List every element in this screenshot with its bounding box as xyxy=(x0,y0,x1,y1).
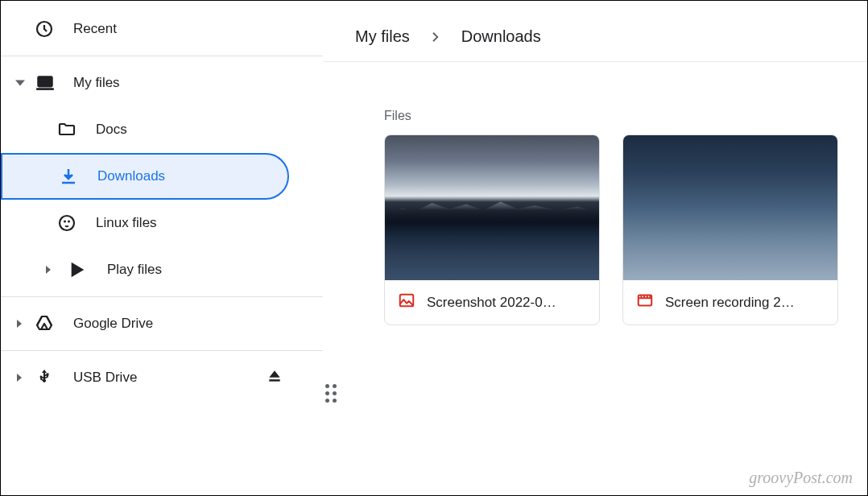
chevron-down-icon xyxy=(15,78,35,88)
divider xyxy=(1,350,323,351)
sidebar-item-downloads[interactable]: Downloads xyxy=(1,153,289,200)
sidebar-item-usb-drive[interactable]: USB Drive xyxy=(1,354,323,401)
chevron-right-icon xyxy=(44,266,64,274)
svg-rect-7 xyxy=(269,379,279,382)
svg-point-3 xyxy=(64,221,66,223)
svg-point-4 xyxy=(68,221,70,223)
chevron-right-icon xyxy=(15,320,35,328)
sidebar-label-drive: Google Drive xyxy=(73,316,153,332)
watermark: groovyPost.com xyxy=(749,469,853,487)
svg-rect-6 xyxy=(47,374,49,376)
divider xyxy=(1,296,323,297)
resize-handle[interactable] xyxy=(325,384,337,403)
section-label-files: Files xyxy=(323,62,867,134)
file-name: Screen recording 2… xyxy=(665,295,795,311)
sidebar-item-my-files[interactable]: My files xyxy=(1,60,323,106)
breadcrumb-root[interactable]: My files xyxy=(355,27,410,46)
sidebar-label-recent: Recent xyxy=(73,21,117,37)
eject-button[interactable] xyxy=(267,368,283,388)
file-grid: Screenshot 2022-0… Screen recording 2… xyxy=(323,134,867,325)
sidebar-item-docs[interactable]: Docs xyxy=(1,106,323,153)
sidebar-label-docs: Docs xyxy=(96,122,127,138)
folder-icon xyxy=(57,120,81,139)
sidebar-label-linux: Linux files xyxy=(96,215,157,231)
file-tile[interactable]: Screen recording 2… xyxy=(622,134,838,325)
chevron-right-icon xyxy=(15,374,35,382)
video-icon xyxy=(636,291,654,313)
sidebar-item-recent[interactable]: Recent xyxy=(1,6,323,52)
drive-icon xyxy=(35,314,59,333)
penguin-icon xyxy=(57,213,81,233)
sidebar-label-usb: USB Drive xyxy=(73,370,137,386)
file-tile[interactable]: Screenshot 2022-0… xyxy=(384,134,600,325)
file-thumbnail xyxy=(385,135,599,280)
breadcrumb-current[interactable]: Downloads xyxy=(461,27,541,46)
sidebar-item-linux-files[interactable]: Linux files xyxy=(1,200,323,246)
main-panel: My files Downloads Files Screenshot 2022… xyxy=(323,1,867,495)
play-store-icon xyxy=(68,261,93,279)
svg-point-5 xyxy=(40,376,43,378)
download-icon xyxy=(59,167,83,186)
image-icon xyxy=(398,291,415,313)
divider xyxy=(1,56,323,56)
clock-icon xyxy=(35,19,59,39)
chevron-right-icon xyxy=(431,27,440,46)
sidebar-item-google-drive[interactable]: Google Drive xyxy=(1,300,323,347)
breadcrumb: My files Downloads xyxy=(323,12,867,62)
laptop-icon xyxy=(35,72,59,93)
sidebar-label-play: Play files xyxy=(107,262,162,278)
sidebar: Recent My files Docs Downloads xyxy=(1,1,323,495)
sidebar-label-downloads: Downloads xyxy=(97,168,165,184)
file-name: Screenshot 2022-0… xyxy=(427,295,556,311)
file-thumbnail xyxy=(623,135,837,280)
svg-point-2 xyxy=(60,216,74,230)
sidebar-label-my-files: My files xyxy=(73,75,120,91)
svg-rect-1 xyxy=(38,76,52,86)
sidebar-item-play-files[interactable]: Play files xyxy=(1,246,323,293)
usb-icon xyxy=(35,368,59,387)
